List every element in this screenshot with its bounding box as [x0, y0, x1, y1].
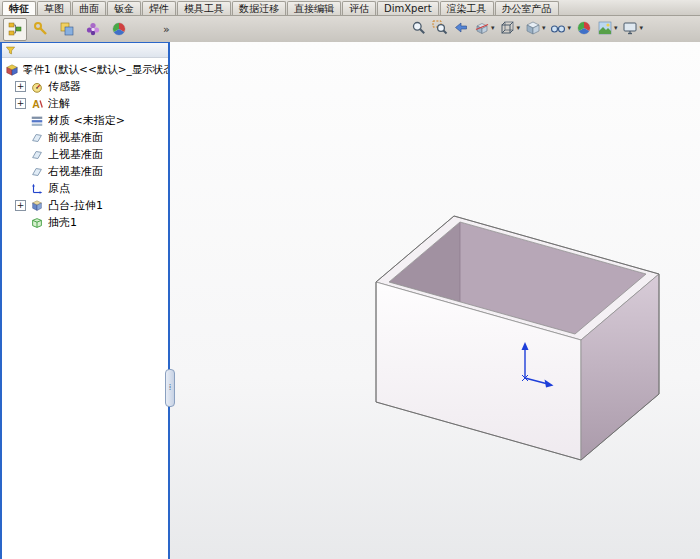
panel-splitter-handle[interactable]: ⁞ [165, 369, 175, 407]
displaymanager-tab[interactable] [107, 18, 131, 41]
tree-item-label: 凸台-拉伸1 [48, 198, 103, 213]
appearance-icon [576, 20, 592, 36]
main-area: 零件1 (默认<<默认>_显示状态+传感器+A注解材质 <未指定>前视基准面上视… [0, 42, 700, 559]
dropdown-caret-icon[interactable]: ▾ [567, 24, 571, 32]
tree-item-label: 前视基准面 [48, 130, 103, 145]
toolbar-overflow-chevron[interactable]: » [163, 23, 170, 36]
propertymanager-tab[interactable] [29, 18, 53, 41]
ribbon-tab-11[interactable]: 渲染工具 [440, 1, 494, 15]
dimxpertmanager-tab[interactable] [81, 18, 105, 41]
display-style-button[interactable]: ▾ [523, 19, 548, 37]
scene-icon [597, 20, 613, 36]
view-settings-button[interactable]: ▾ [620, 19, 645, 37]
material-icon [30, 114, 44, 128]
apply-scene-button[interactable]: ▾ [595, 19, 620, 37]
model-3d-box [170, 42, 700, 559]
tree-item-label: 传感器 [48, 79, 81, 94]
tree-item[interactable]: 抽壳1 [2, 214, 168, 231]
origin-icon [30, 182, 44, 196]
tree-expand-toggle[interactable]: + [15, 200, 26, 211]
ribbon-tab-1[interactable]: 特征 [2, 1, 36, 15]
view-toolbar: ▾▾▾▾▾▾ [409, 19, 645, 37]
featuremanager-tab[interactable] [3, 18, 27, 41]
view-orientation-button[interactable]: ▾ [497, 19, 522, 37]
section-icon [474, 20, 490, 36]
prevview-icon [453, 20, 469, 36]
ribbon-tab-8[interactable]: 直接编辑 [287, 1, 341, 15]
dropdown-caret-icon[interactable]: ▾ [516, 24, 520, 32]
tree-item[interactable]: +凸台-拉伸1 [2, 197, 168, 214]
dropdown-caret-icon[interactable]: ▾ [491, 24, 495, 32]
tree-root-item[interactable]: 零件1 (默认<<默认>_显示状态 [2, 61, 168, 78]
ribbon-tab-7[interactable]: 数据迁移 [232, 1, 286, 15]
feature-manager-panel: 零件1 (默认<<默认>_显示状态+传感器+A注解材质 <未指定>前视基准面上视… [0, 42, 170, 559]
ribbon-tab-9[interactable]: 评估 [342, 1, 376, 15]
shell-icon [30, 216, 44, 230]
ribbon-tab-5[interactable]: 焊件 [142, 1, 176, 15]
zoomarea-icon [432, 20, 448, 36]
ribbon-tab-4[interactable]: 钣金 [107, 1, 141, 15]
plane-icon [30, 148, 44, 162]
plane-icon [30, 131, 44, 145]
previous-view-button[interactable] [451, 19, 471, 37]
toolbar-row: » ▾▾▾▾▾▾ [0, 16, 700, 42]
tree-item[interactable]: 前视基准面 [2, 129, 168, 146]
svg-text:A: A [32, 97, 40, 109]
extrude-icon [30, 199, 44, 213]
part-icon [5, 63, 19, 77]
tree-item[interactable]: 原点 [2, 180, 168, 197]
dropdown-caret-icon[interactable]: ▾ [542, 24, 546, 32]
tree-filter-bar[interactable] [2, 43, 168, 58]
panel-tab-bar [0, 18, 131, 41]
tree-item-label: 材质 <未指定> [48, 113, 125, 128]
zoomfit-icon [411, 20, 427, 36]
dropdown-caret-icon[interactable]: ▾ [614, 24, 618, 32]
ribbon-tab-10[interactable]: DimXpert [377, 1, 439, 15]
splitter-grip-icon: ⁞ [169, 385, 172, 391]
plane-icon [30, 165, 44, 179]
tree-item[interactable]: +传感器 [2, 78, 168, 95]
tree-item-label: 上视基准面 [48, 147, 103, 162]
dropdown-caret-icon[interactable]: ▾ [639, 24, 643, 32]
edit-appearance-button[interactable] [574, 19, 594, 37]
zoom-to-fit-button[interactable] [409, 19, 429, 37]
section-view-button[interactable]: ▾ [472, 19, 497, 37]
configurationmanager-tab[interactable] [55, 18, 79, 41]
solidworks-window: 特征草图曲面钣金焊件模具工具数据迁移直接编辑评估DimXpert渲染工具办公室产… [0, 0, 700, 559]
tree-item-label: 抽壳1 [48, 215, 77, 230]
orientation-icon [499, 20, 515, 36]
tree-item-label: 原点 [48, 181, 70, 196]
tree-expand-toggle[interactable]: + [15, 98, 26, 109]
tree-item[interactable]: 上视基准面 [2, 146, 168, 163]
tree-expand-toggle[interactable]: + [15, 81, 26, 92]
ribbon-tab-2[interactable]: 草图 [37, 1, 71, 15]
hideshow-icon [550, 20, 566, 36]
tree-item[interactable]: +A注解 [2, 95, 168, 112]
ribbon-tab-6[interactable]: 模具工具 [177, 1, 231, 15]
tree-item-label: 零件1 (默认<<默认>_显示状态 [23, 63, 168, 77]
filter-funnel-icon [5, 45, 16, 56]
tree-item-label: 右视基准面 [48, 164, 103, 179]
settings-icon [622, 20, 638, 36]
tree-item[interactable]: 材质 <未指定> [2, 112, 168, 129]
ribbon-tab-bar: 特征草图曲面钣金焊件模具工具数据迁移直接编辑评估DimXpert渲染工具办公室产… [0, 0, 700, 16]
tree-item[interactable]: 右视基准面 [2, 163, 168, 180]
annotation-icon: A [30, 97, 44, 111]
ribbon-tab-3[interactable]: 曲面 [72, 1, 106, 15]
tree-item-label: 注解 [48, 96, 70, 111]
feature-tree: 零件1 (默认<<默认>_显示状态+传感器+A注解材质 <未指定>前视基准面上视… [2, 58, 168, 559]
sensor-icon [30, 80, 44, 94]
displaystyle-icon [525, 20, 541, 36]
zoom-to-area-button[interactable] [430, 19, 450, 37]
model-viewport[interactable] [170, 42, 700, 559]
ribbon-tab-12[interactable]: 办公室产品 [495, 1, 559, 15]
hide-show-items-button[interactable]: ▾ [548, 19, 573, 37]
